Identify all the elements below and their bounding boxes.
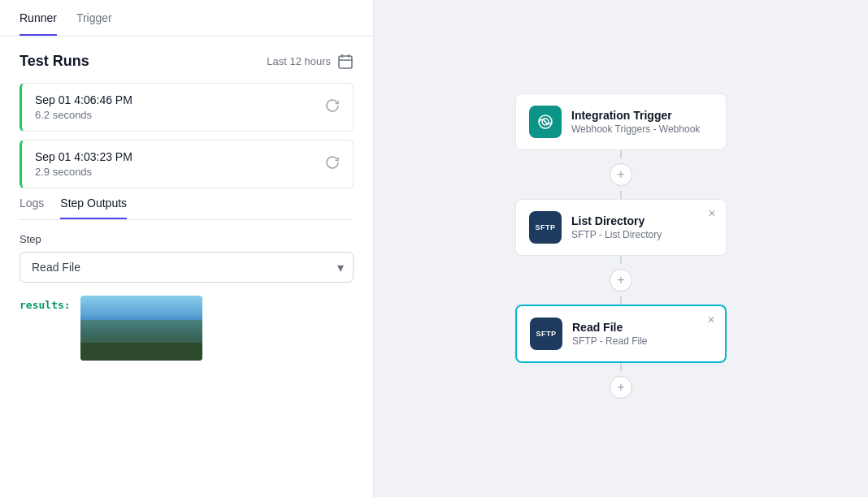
calendar-icon[interactable] — [337, 54, 354, 70]
sub-tabs: Logs Step Outputs — [20, 197, 354, 220]
node-list-directory-close[interactable]: ✕ — [705, 206, 719, 221]
add-button-2[interactable]: + — [610, 269, 632, 292]
run-timestamp-2: Sep 01 4:03:23 PM — [35, 150, 132, 163]
workflow-canvas: Integration Trigger Webhook Triggers - W… — [499, 77, 743, 420]
list-directory-icon: SFTP — [529, 211, 562, 244]
run-timestamp-1: Sep 01 4:06:46 PM — [35, 93, 132, 106]
node-read-file-title: Read File — [572, 321, 712, 334]
integration-trigger-icon — [529, 106, 562, 138]
section-title: Test Runs — [20, 53, 89, 70]
sub-tab-step-outputs[interactable]: Step Outputs — [60, 197, 127, 219]
step-select[interactable]: Read File List Directory Integration Tri… — [20, 252, 354, 283]
results-area: results: — [20, 296, 354, 361]
refresh-icon-2[interactable] — [325, 155, 340, 173]
node-integration-trigger[interactable]: Integration Trigger Webhook Triggers - W… — [515, 93, 727, 150]
run-duration-1: 6.2 seconds — [35, 109, 132, 121]
time-filter: Last 12 hours — [267, 54, 354, 70]
line-connector-3 — [620, 256, 622, 264]
node-read-file[interactable]: SFTP Read File SFTP - Read File ✕ — [515, 305, 727, 363]
node-list-directory-text: List Directory SFTP - List Directory — [571, 214, 713, 240]
run-info-2: Sep 01 4:03:23 PM 2.9 seconds — [35, 150, 132, 178]
section-header: Test Runs Last 12 hours — [20, 53, 354, 70]
read-file-icon: SFTP — [530, 318, 562, 350]
svg-rect-0 — [339, 56, 352, 68]
right-panel: Integration Trigger Webhook Triggers - W… — [374, 0, 868, 497]
tabs-header: Runner Trigger — [0, 0, 373, 37]
node-read-file-subtitle: SFTP - Read File — [572, 335, 712, 347]
panel-content: Test Runs Last 12 hours Sep 01 4:06:46 P… — [0, 37, 373, 497]
run-item-1[interactable]: Sep 01 4:06:46 PM 6.2 seconds — [20, 83, 354, 132]
node-integration-trigger-text: Integration Trigger Webhook Triggers - W… — [571, 109, 713, 135]
tab-trigger[interactable]: Trigger — [76, 0, 112, 36]
add-button-1[interactable]: + — [610, 163, 632, 186]
step-select-wrapper: Read File List Directory Integration Tri… — [20, 252, 354, 283]
results-image — [80, 296, 202, 361]
node-read-file-close[interactable]: ✕ — [704, 313, 718, 327]
node-integration-trigger-title: Integration Trigger — [571, 109, 713, 122]
time-filter-label: Last 12 hours — [267, 55, 331, 67]
line-connector-4 — [620, 296, 622, 305]
run-info-1: Sep 01 4:06:46 PM 6.2 seconds — [35, 93, 132, 121]
node-list-directory-title: List Directory — [571, 214, 713, 227]
sub-tab-logs[interactable]: Logs — [20, 197, 44, 219]
step-label: Step — [20, 233, 354, 245]
add-button-3[interactable]: + — [610, 376, 632, 399]
run-duration-2: 2.9 seconds — [35, 166, 132, 178]
line-connector-5 — [620, 363, 622, 371]
node-read-file-text: Read File SFTP - Read File — [572, 321, 712, 347]
node-list-directory[interactable]: SFTP List Directory SFTP - List Director… — [515, 199, 727, 256]
left-panel: Runner Trigger Test Runs Last 12 hours S… — [0, 0, 374, 497]
line-connector-2 — [620, 191, 622, 199]
run-item-2[interactable]: Sep 01 4:03:23 PM 2.9 seconds — [20, 140, 354, 188]
node-list-directory-subtitle: SFTP - List Directory — [571, 229, 713, 240]
node-integration-trigger-subtitle: Webhook Triggers - Webhook — [571, 123, 713, 135]
line-connector-1 — [620, 150, 622, 158]
results-label: results: — [20, 299, 71, 311]
refresh-icon-1[interactable] — [325, 98, 340, 116]
tab-runner[interactable]: Runner — [20, 0, 57, 36]
